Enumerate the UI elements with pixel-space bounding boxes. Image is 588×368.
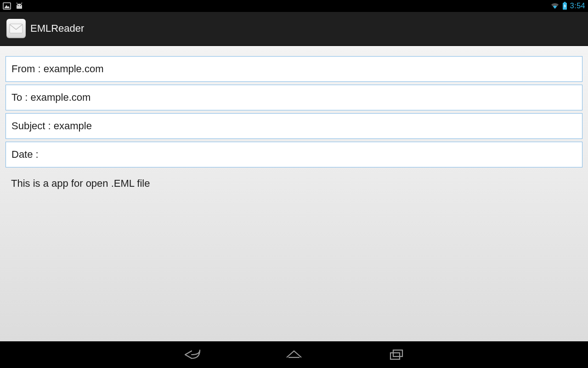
svg-line-5 bbox=[21, 3, 22, 4]
svg-point-2 bbox=[18, 5, 19, 6]
battery-charging-icon bbox=[562, 2, 567, 10]
to-field: To : example.com bbox=[6, 85, 582, 110]
email-body: This is a app for open .EML file bbox=[6, 170, 582, 190]
subject-field: Subject : example bbox=[6, 113, 582, 139]
date-field: Date : bbox=[6, 142, 582, 167]
from-field: From : example.com bbox=[6, 56, 582, 82]
back-button[interactable] bbox=[180, 346, 204, 363]
picture-icon bbox=[3, 2, 11, 10]
envelope-icon bbox=[9, 23, 23, 34]
wifi-icon bbox=[550, 2, 560, 10]
status-clock: 3:54 bbox=[570, 2, 585, 10]
status-left bbox=[3, 2, 24, 10]
status-right: 3:54 bbox=[550, 2, 585, 10]
back-icon bbox=[181, 348, 203, 361]
svg-rect-7 bbox=[564, 2, 565, 3]
android-nav-bar bbox=[0, 341, 588, 368]
svg-marker-1 bbox=[4, 5, 10, 8]
home-button[interactable] bbox=[282, 346, 306, 363]
app-action-bar: EMLReader bbox=[0, 12, 588, 46]
android-debug-icon bbox=[15, 2, 24, 10]
app-title: EMLReader bbox=[30, 23, 84, 34]
svg-rect-9 bbox=[10, 24, 23, 33]
app-icon bbox=[6, 19, 26, 38]
home-icon bbox=[284, 348, 304, 361]
svg-point-3 bbox=[20, 5, 21, 6]
android-status-bar: 3:54 bbox=[0, 0, 588, 12]
svg-line-4 bbox=[17, 3, 17, 4]
recents-icon bbox=[387, 348, 405, 361]
email-content: From : example.com To : example.com Subj… bbox=[0, 46, 588, 341]
recents-button[interactable] bbox=[384, 346, 408, 363]
